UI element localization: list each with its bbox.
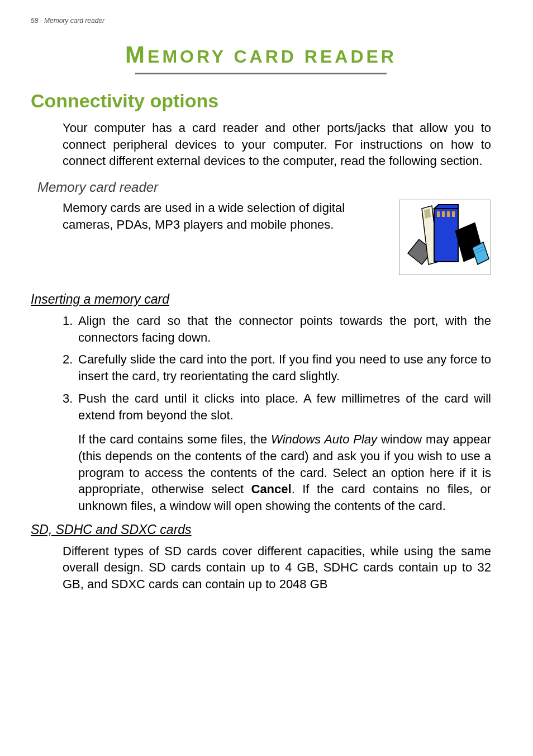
svg-rect-8: [452, 211, 455, 217]
list-text: Align the card so that the connector poi…: [78, 313, 491, 346]
note-prefix: If the card contains some files, the: [78, 432, 271, 446]
title-rest: EMORY CARD READER: [147, 46, 397, 67]
list-item: 1. Align the card so that the connector …: [63, 313, 491, 346]
title-first-letter: M: [125, 41, 147, 68]
sd-cards-text: Different types of SD cards cover differ…: [63, 543, 491, 593]
memory-card-reader-heading: Memory card reader: [37, 179, 491, 195]
svg-rect-6: [442, 211, 445, 217]
svg-rect-7: [447, 211, 450, 217]
cancel-text: Cancel: [251, 482, 292, 496]
title-underline: [135, 73, 387, 74]
svg-rect-5: [437, 211, 440, 217]
svg-marker-2: [424, 209, 431, 219]
section-heading-connectivity: Connectivity options: [31, 90, 491, 112]
list-number: 3.: [63, 390, 78, 423]
page-title: MEMORY CARD READER: [31, 41, 491, 68]
list-text: Carefully slide the card into the port. …: [78, 351, 491, 384]
list-text: Push the card until it clicks into place…: [78, 390, 491, 423]
list-item: 3. Push the card until it clicks into pl…: [63, 390, 491, 423]
inserting-steps-list: 1. Align the card so that the connector …: [63, 313, 491, 423]
windows-autoplay-text: Windows Auto Play: [271, 432, 377, 446]
svg-marker-4: [434, 205, 458, 209]
memory-card-text: Memory cards are used in a wide selectio…: [63, 200, 393, 233]
list-item: 2. Carefully slide the card into the por…: [63, 351, 491, 384]
intro-paragraph: Your computer has a card reader and othe…: [63, 120, 491, 169]
page-header: 58 - Memory card reader: [31, 17, 491, 25]
list-number: 1.: [63, 313, 78, 346]
sd-cards-heading: SD, SDHC and SDXC cards: [31, 522, 491, 537]
list-number: 2.: [63, 351, 78, 384]
inserting-card-heading: Inserting a memory card: [31, 292, 491, 307]
memory-cards-illustration: [399, 200, 491, 275]
autoplay-note: If the card contains some files, the Win…: [78, 431, 491, 514]
